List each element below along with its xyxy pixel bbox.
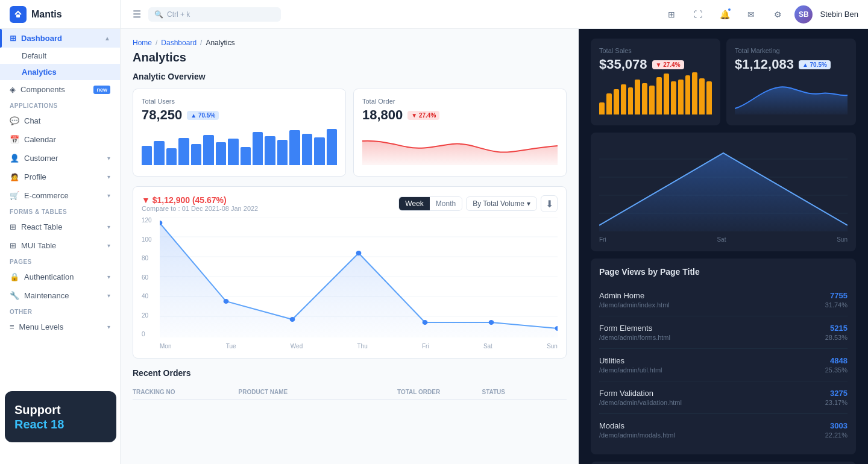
sidebar-item-chat[interactable]: 💬 Chat xyxy=(0,111,120,130)
svg-point-8 xyxy=(224,299,229,304)
fullscreen-icon-btn[interactable]: ⛶ xyxy=(688,5,708,24)
apps-icon-btn[interactable]: ⊞ xyxy=(662,5,681,24)
card-value: $1,12,083 ▲ 70.5% xyxy=(735,57,848,72)
svg-point-11 xyxy=(423,320,428,325)
y-axis-labels: 120 100 80 60 40 20 0 xyxy=(142,217,152,337)
user-avatar: SB xyxy=(794,5,813,24)
sidebar-item-label: Components xyxy=(20,85,65,94)
messages-icon-btn[interactable]: ✉ xyxy=(741,5,761,24)
svg-point-10 xyxy=(356,251,362,256)
analytics-report-card: Analytics Report xyxy=(591,462,856,464)
chevron-down-icon: ▾ xyxy=(107,155,110,161)
mail-icon: ✉ xyxy=(747,10,755,19)
sidebar-item-customer[interactable]: 👤 Customer ▾ xyxy=(0,149,120,168)
sidebar: Mantis ⊞ Dashboard ▲ Default Analytics ◈… xyxy=(0,0,121,464)
gear-icon: ⚙ xyxy=(774,10,782,19)
sidebar-item-authentication[interactable]: 🔒 Authentication ▾ xyxy=(0,268,120,286)
page-title: Analytics xyxy=(133,51,567,64)
support-sub: React 18 xyxy=(14,418,107,431)
card-label: Total Sales xyxy=(599,47,712,54)
section-pages: Pages xyxy=(0,255,120,268)
income-line-chart: 120 100 80 60 40 20 0 xyxy=(142,217,558,350)
order-area-chart xyxy=(362,129,558,168)
card-value: 78,250 ▲ 70.5% xyxy=(142,107,337,123)
chevron-down-icon: ▾ xyxy=(107,324,110,330)
header-actions: ⊞ ⛶ 🔔 ✉ ⚙ SB Stebin Ben xyxy=(662,5,858,24)
chevron-up-icon: ▲ xyxy=(104,35,110,42)
ecommerce-icon: 🛒 xyxy=(10,191,19,200)
download-btn[interactable]: ⬇ xyxy=(541,195,558,212)
week-btn[interactable]: Week xyxy=(399,197,429,210)
section-forms-tables: Forms & Tables xyxy=(0,205,120,218)
card-label: Total Users xyxy=(142,98,337,105)
sidebar-item-label: React Table xyxy=(21,222,62,231)
income-amount: ▼ $1,12,900 (45.67%) xyxy=(142,195,258,205)
sidebar-subitem-default[interactable]: Default xyxy=(0,48,120,64)
analytics-cards-light: Total Users 78,250 ▲ 70.5% xyxy=(133,89,567,177)
week-month-toggle: Week Month xyxy=(398,196,462,211)
volume-dropdown[interactable]: By Total Volume ▾ xyxy=(466,196,537,211)
settings-icon-btn[interactable]: ⚙ xyxy=(768,5,787,24)
sales-bar-chart xyxy=(599,78,712,114)
sidebar-item-label: Customer xyxy=(24,154,58,163)
support-title: Support xyxy=(14,402,107,418)
menu-icon: ≡ xyxy=(10,322,14,331)
sidebar-item-components[interactable]: ◈ Components new xyxy=(0,80,120,99)
sidebar-item-label: Calendar xyxy=(24,135,56,144)
sidebar-item-menu-levels[interactable]: ≡ Menu Levels ▾ xyxy=(0,318,120,336)
left-panel: Home / Dashboard / Analytics Analytics A… xyxy=(121,29,579,464)
sidebar-logo: Mantis xyxy=(0,0,120,29)
sidebar-item-label: MUI Table xyxy=(21,241,56,250)
dark-income-chart: Fri Sat Sun xyxy=(591,133,856,251)
page-views-title: Page Views by Page Title xyxy=(599,267,848,277)
menu-toggle-icon[interactable]: ☰ xyxy=(133,8,141,20)
sidebar-item-mui-table[interactable]: ⊞ MUI Table ▾ xyxy=(0,236,120,255)
card-value: 18,800 ▼ 27.4% xyxy=(362,107,558,123)
income-controls: Week Month By Total Volume ▾ ⬇ xyxy=(398,195,558,212)
section-other: Other xyxy=(0,305,120,318)
sidebar-subitem-analytics[interactable]: Analytics xyxy=(0,64,120,80)
search-icon: 🔍 xyxy=(154,10,163,19)
header-search[interactable]: 🔍 Ctrl + k xyxy=(148,7,281,22)
section-applications: Applications xyxy=(0,99,120,111)
sidebar-item-label: Dashboard xyxy=(21,34,62,43)
sidebar-item-ecommerce[interactable]: 🛒 E-commerce ▾ xyxy=(0,186,120,205)
income-header: ▼ $1,12,900 (45.67%) Compare to : 01 Dec… xyxy=(142,195,558,212)
page-views-list: Admin Home /demo/admin/index.html 7755 3… xyxy=(599,284,848,446)
header: ☰ 🔍 Ctrl + k ⊞ ⛶ 🔔 ✉ ⚙ SB Stebin Be xyxy=(121,0,868,29)
sidebar-item-profile[interactable]: 🙍 Profile ▾ xyxy=(0,168,120,186)
sidebar-item-dashboard[interactable]: ⊞ Dashboard ▲ xyxy=(0,29,120,48)
sidebar-item-maintenance[interactable]: 🔧 Maintenance ▾ xyxy=(0,286,120,305)
chart-svg-area xyxy=(160,217,558,337)
month-btn[interactable]: Month xyxy=(430,197,462,210)
breadcrumb-dashboard[interactable]: Dashboard xyxy=(161,39,197,47)
recent-orders-title: Recent Orders xyxy=(133,368,567,378)
chevron-down-icon: ▾ xyxy=(527,199,530,208)
new-badge: new xyxy=(93,86,110,94)
badge-down: ▼ 27.4% xyxy=(407,111,439,120)
support-popup[interactable]: Support React 18 xyxy=(5,391,116,442)
badge-up: ▲ 70.5% xyxy=(799,60,831,69)
apps-icon: ⊞ xyxy=(668,10,675,19)
dashboard-icon: ⊞ xyxy=(10,34,16,43)
svg-point-9 xyxy=(290,317,295,322)
auth-icon: 🔒 xyxy=(10,272,19,281)
marketing-area-chart xyxy=(735,78,848,117)
sidebar-item-calendar[interactable]: 📅 Calendar xyxy=(0,130,120,149)
sidebar-item-label: Profile xyxy=(24,172,46,181)
muitab-icon: ⊞ xyxy=(10,241,16,250)
chevron-down-icon: ▾ xyxy=(107,192,110,199)
download-icon: ⬇ xyxy=(546,198,553,210)
chevron-down-icon: ▾ xyxy=(107,292,110,299)
notifications-icon-btn[interactable]: 🔔 xyxy=(715,5,734,24)
users-bar-chart xyxy=(142,129,337,165)
chevron-down-icon: ▾ xyxy=(107,274,110,280)
sidebar-item-react-table[interactable]: ⊞ React Table ▾ xyxy=(0,218,120,236)
pv-item-modals: Modals /demo/admin/modals.html 3003 22.2… xyxy=(599,414,848,446)
badge-up: ▲ 70.5% xyxy=(187,111,219,120)
card-label: Total Order xyxy=(362,98,558,105)
profile-icon: 🙍 xyxy=(10,172,19,181)
chat-icon: 💬 xyxy=(10,116,19,125)
pv-item-form-elements: Form Elements /demo/admin/forms.html 521… xyxy=(599,316,848,349)
breadcrumb-home[interactable]: Home xyxy=(133,39,152,47)
